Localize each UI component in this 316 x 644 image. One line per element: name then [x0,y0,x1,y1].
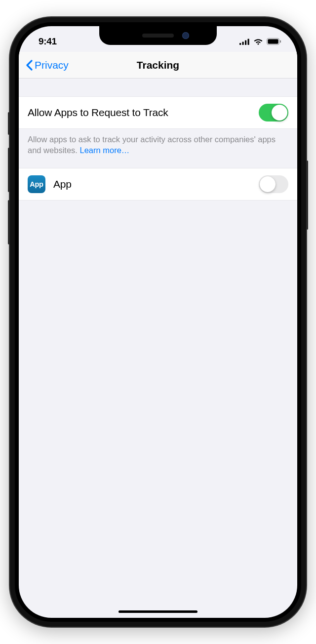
learn-more-link[interactable]: Learn more… [79,146,129,155]
home-indicator[interactable] [118,610,198,613]
chevron-left-icon [26,60,33,71]
svg-rect-0 [239,43,241,45]
allow-request-label: Allow Apps to Request to Track [28,107,168,119]
app-name-label: App [53,178,72,190]
svg-rect-7 [280,40,281,43]
back-label: Privacy [35,59,69,71]
app-tracking-toggle[interactable] [259,175,288,193]
battery-icon [267,38,281,45]
row-allow-request: Allow Apps to Request to Track [19,96,297,129]
allow-request-footer: Allow apps to ask to track your activity… [19,129,297,168]
back-button[interactable]: Privacy [26,59,69,71]
svg-rect-6 [268,39,278,43]
power-button [306,161,308,230]
svg-point-4 [257,43,259,44]
nav-bar: Privacy Tracking [19,52,297,79]
status-time: 9:41 [39,36,57,47]
toggle-knob [272,105,287,121]
svg-rect-3 [248,39,249,45]
volume-down-button [8,200,10,244]
svg-rect-1 [242,41,244,45]
cellular-icon [239,39,250,45]
front-camera [182,32,189,39]
toggle-knob [260,176,276,192]
wifi-icon [253,38,263,45]
content: Allow Apps to Request to Track Allow app… [19,79,297,201]
volume-up-button [8,148,10,192]
row-app: App App [19,168,297,201]
svg-rect-2 [245,40,246,45]
speaker [142,34,174,38]
status-indicators [239,38,281,45]
footer-text: Allow apps to ask to track your activity… [28,135,276,155]
notch [99,26,217,45]
allow-request-toggle[interactable] [259,104,288,121]
mute-switch [8,112,10,135]
phone-frame: 9:41 [10,17,306,627]
screen: 9:41 [19,26,297,618]
app-icon: App [28,175,45,193]
